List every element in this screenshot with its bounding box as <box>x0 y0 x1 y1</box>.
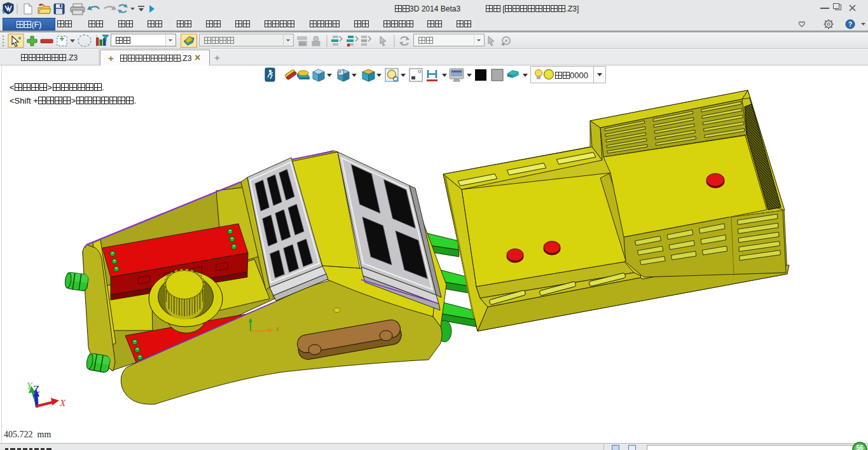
svg-text:56: 56 <box>856 444 864 450</box>
svg-text:Z: Z <box>33 383 39 395</box>
svg-text:301: 301 <box>299 42 306 46</box>
svg-text:?: ? <box>848 21 852 28</box>
svg-text:x: x <box>276 325 279 332</box>
svg-text:X: X <box>59 398 66 408</box>
svg-text:Y: Y <box>27 381 33 391</box>
